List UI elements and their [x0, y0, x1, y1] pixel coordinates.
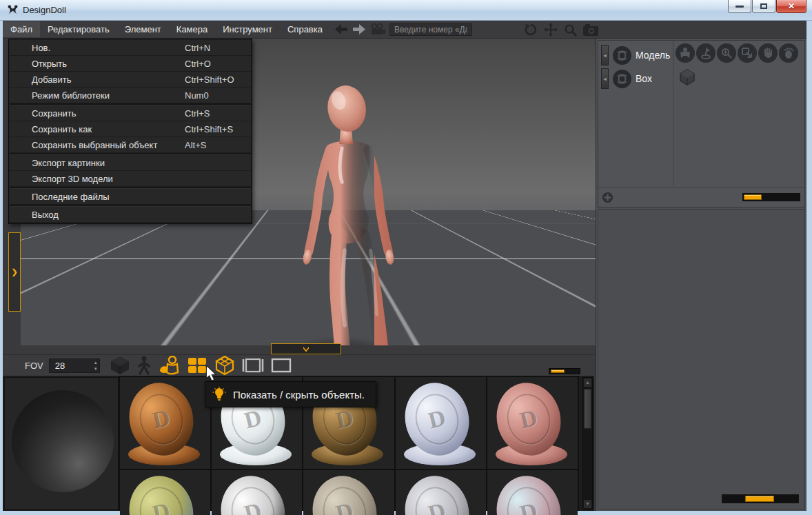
left-panel-expander[interactable]: ❯: [8, 232, 21, 312]
menu-item-open[interactable]: ОткрытьCtrl+O: [10, 56, 251, 72]
movie-camera-icon[interactable]: [370, 23, 385, 36]
scroll-up-icon[interactable]: ▲: [584, 378, 591, 387]
properties-panel: [598, 209, 805, 509]
material-swatch-taupe[interactable]: D: [303, 470, 394, 515]
app-frame: Файл Редактировать Элемент Камера Инстру…: [3, 21, 806, 511]
menu-item-export-3d[interactable]: Экспорт 3D модели: [10, 171, 251, 187]
menu-edit[interactable]: Редактировать: [40, 21, 117, 37]
hand-tool-icon[interactable]: [758, 43, 778, 63]
menu-help[interactable]: Справка: [280, 21, 330, 37]
menu-tool[interactable]: Инструмент: [215, 21, 280, 37]
material-swatch-rose[interactable]: D: [487, 377, 578, 469]
maximize-icon: [760, 3, 767, 9]
seated-person-icon[interactable]: [158, 356, 180, 375]
back-arrow-icon[interactable]: [334, 23, 348, 35]
forward-arrow-icon[interactable]: [352, 23, 366, 35]
mannequin-model[interactable]: [267, 80, 440, 345]
move-icon[interactable]: [544, 23, 558, 37]
material-preview-box: [4, 377, 119, 509]
lightbulb-icon: [212, 387, 226, 402]
material-swatch-iridescent[interactable]: D: [487, 470, 578, 515]
application-window: DesignDoll ✕ Файл Редактировать Элемент …: [0, 0, 812, 515]
slider-handle[interactable]: [744, 194, 762, 200]
menu-item-save[interactable]: СохранитьCtrl+S: [10, 105, 251, 121]
show-hide-cube-icon[interactable]: [214, 355, 235, 376]
scroll-down-icon[interactable]: ▼: [584, 500, 591, 508]
maximize-button[interactable]: [752, 0, 775, 13]
object-list: ◄ Модель: [598, 40, 805, 208]
object-list-slider[interactable]: [742, 193, 800, 201]
panel-divider: [673, 41, 673, 186]
camera-icon[interactable]: [583, 24, 598, 36]
close-button[interactable]: ✕: [776, 0, 806, 13]
material-swatch-olive-blue[interactable]: D: [120, 470, 210, 515]
add-object-icon[interactable]: [602, 192, 613, 203]
screen-rect-icon[interactable]: [271, 358, 292, 373]
object-row-model[interactable]: ◄ Модель: [601, 45, 670, 65]
scrollbar-thumb[interactable]: [584, 389, 591, 429]
fov-spinner[interactable]: ▲▼: [94, 360, 98, 372]
window-title: DesignDoll: [23, 5, 66, 15]
menu-item-recent-files[interactable]: Последние файлы: [10, 189, 251, 205]
app-logo-icon: [7, 5, 19, 15]
box-cube-icon[interactable]: [678, 68, 696, 86]
tooltip-text: Показать / скрыть объекты.: [233, 389, 365, 401]
material-swatch-copper[interactable]: D: [120, 377, 210, 469]
close-icon: ✕: [788, 1, 795, 11]
menu-item-new[interactable]: Нов.Ctrl+N: [10, 40, 251, 56]
object-label: Модель: [636, 50, 670, 61]
menu-camera[interactable]: Камера: [169, 21, 215, 37]
triangle-left-icon: ◄: [602, 53, 607, 58]
mouse-cursor: [205, 365, 217, 382]
menubar: Файл Редактировать Элемент Камера Инстру…: [3, 21, 806, 39]
material-scrollbar[interactable]: ▲ ▼: [582, 377, 593, 509]
rotate-icon[interactable]: [524, 23, 538, 37]
zoom-plus-tool-icon[interactable]: [717, 43, 736, 63]
body-tool-icon[interactable]: [676, 43, 695, 63]
slider-handle[interactable]: [551, 370, 565, 373]
pin-tool-icon[interactable]: [696, 43, 715, 63]
move-arrow-tool-icon[interactable]: [738, 43, 757, 63]
zoom-icon[interactable]: [564, 23, 577, 37]
material-swatch-silver[interactable]: D: [396, 470, 486, 515]
minimize-icon: [735, 6, 744, 8]
menu-element[interactable]: Элемент: [117, 21, 169, 37]
menu-item-add[interactable]: ДобавитьCtrl+Shift+O: [10, 72, 251, 88]
bottom-panel-expander[interactable]: [271, 343, 341, 354]
titlebar[interactable]: DesignDoll ✕: [0, 0, 812, 21]
slider-handle[interactable]: [745, 496, 774, 502]
model-tool-icons: [676, 43, 798, 63]
orbit-visibility-icon[interactable]: [613, 70, 631, 88]
number-input[interactable]: [389, 23, 472, 36]
walk-person-icon[interactable]: [137, 356, 151, 375]
menu-item-exit[interactable]: Выход: [10, 207, 251, 223]
collapse-row-button[interactable]: ◄: [601, 68, 609, 89]
material-swatch-chrome[interactable]: D: [212, 470, 302, 515]
fov-input-wrap: ▲▼: [49, 359, 100, 373]
material-swatch-silver-lavender[interactable]: D: [396, 377, 486, 469]
menu-item-export-image[interactable]: Экспорт картинки: [10, 155, 251, 171]
tooltip: Показать / скрыть объекты.: [205, 381, 376, 407]
fov-toolbar: FOV ▲▼: [3, 354, 594, 376]
orbit-visibility-icon[interactable]: [613, 46, 631, 65]
cube-icon[interactable]: [110, 356, 130, 375]
chevron-right-icon: ❯: [11, 267, 17, 276]
object-list-footer: [598, 187, 804, 207]
material-preview-sphere[interactable]: [12, 390, 114, 492]
properties-slider[interactable]: [722, 494, 799, 503]
collapse-row-button[interactable]: ◄: [601, 45, 609, 65]
menu-file[interactable]: Файл: [3, 21, 40, 37]
fov-label: FOV: [25, 361, 43, 371]
fov-input[interactable]: [50, 361, 88, 371]
menu-item-save-selected[interactable]: Сохранить выбранный объектAlt+S: [10, 137, 251, 153]
object-row-box[interactable]: ◄ Box: [601, 68, 652, 89]
minimize-button[interactable]: [728, 0, 751, 13]
foot-tool-icon[interactable]: [779, 43, 798, 63]
material-panel-slider[interactable]: [549, 368, 580, 374]
frame-icon[interactable]: [242, 357, 264, 374]
object-label: Box: [636, 73, 652, 84]
object-panel: ◄ Модель: [596, 39, 806, 511]
menu-item-library-mode[interactable]: Режим библиотекиNum0: [10, 88, 251, 103]
chevron-down-icon: [303, 345, 309, 352]
menu-item-save-as[interactable]: Сохранить какCtrl+Shift+S: [10, 121, 251, 137]
